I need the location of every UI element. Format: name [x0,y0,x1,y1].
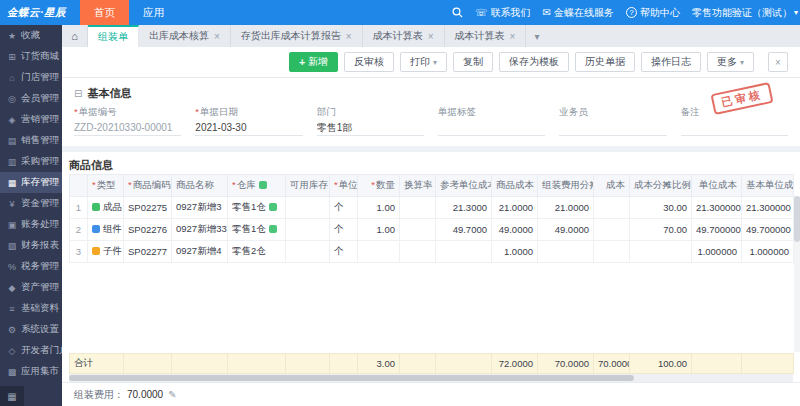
sidebar-item[interactable]: ≡基础资料 [0,298,62,319]
unit-cost-cell[interactable]: 21.300000 [692,197,742,219]
unit-cell[interactable]: 个 [330,241,358,263]
topbar-link[interactable]: ☏联系我们 [475,6,531,20]
name-cell[interactable]: 0927新增4 [172,241,228,263]
type-cell[interactable]: 子件 [88,241,124,263]
base-unit-cost-cell[interactable]: 21.300000 [742,197,794,219]
history-button[interactable]: 历史单据 [575,52,635,72]
ref-unit-cost-cell[interactable] [436,241,492,263]
sidebar-item[interactable]: ▣账务处理 [0,214,62,235]
unit-cell[interactable]: 个 [330,197,358,219]
sidebar-item[interactable]: ▩应用集市 [0,361,62,382]
ratio-cell[interactable]: 30.00 [630,197,692,219]
ref-unit-cost-cell[interactable]: 21.3000 [436,197,492,219]
warehouse-cell[interactable]: 零售1仓 [228,197,286,219]
unit-cost-cell[interactable]: 49.700000 [692,219,742,241]
sidebar-item[interactable]: %税务管理 [0,256,62,277]
fee-share-cell[interactable]: 21.0000 [538,197,594,219]
topbar-tab[interactable]: 首页 [80,0,129,25]
print-button[interactable]: 打印▾ [400,52,447,72]
field-value[interactable]: 零售1部 [317,119,424,136]
sidebar-item[interactable]: ◈营销管理 [0,109,62,130]
name-cell[interactable]: 0927新增3 [172,197,228,219]
sidebar-item[interactable]: ⌂门店管理 [0,67,62,88]
product-cost-cell[interactable]: 49.0000 [492,219,538,241]
topbar-tab[interactable]: 应用 [129,0,178,25]
copy-button[interactable]: 复制 [453,52,493,72]
doc-tab[interactable]: 存货出库成本计算报告× [231,25,363,47]
doc-tab[interactable]: 成本计算表× [445,25,527,47]
edit-icon[interactable]: ✎ [168,389,176,400]
code-cell[interactable]: SP02277 [124,241,172,263]
type-cell[interactable]: 组件 [88,219,124,241]
sidebar-item[interactable]: ▧财务报表 [0,235,62,256]
sidebar-item[interactable]: ⊞订货商城 [0,46,62,67]
account-menu[interactable]: 零售功能验证（测试） ▾ [692,6,798,20]
doc-tab[interactable]: 成本计算表× [363,25,445,47]
qty-cell[interactable] [358,241,400,263]
topbar-link[interactable]: ?帮助中心 [626,6,680,20]
sidebar-item[interactable]: ◆资产管理 [0,277,62,298]
cost-cell[interactable] [594,219,630,241]
sidebar-item[interactable]: ▦库存管理 [0,172,62,193]
rate-cell[interactable] [400,241,436,263]
doc-tab[interactable]: 组装单 [88,25,139,47]
table-row[interactable]: 2组件SP022760927新增33零售1仓个1.0049.700049.000… [70,219,794,241]
warehouse-cell[interactable]: 零售1仓 [228,219,286,241]
base-unit-cost-cell[interactable]: 49.700000 [742,219,794,241]
type-cell[interactable]: 成品 [88,197,124,219]
cost-cell[interactable] [594,197,630,219]
sidebar-item[interactable]: ◎会员管理 [0,88,62,109]
collapse-section-icon[interactable]: ⊟ [74,88,82,99]
unaudit-button[interactable]: 反审核 [344,52,394,72]
fee-share-cell[interactable] [538,241,594,263]
sidebar-item[interactable]: ▤销售管理 [0,130,62,151]
field-value[interactable] [438,119,545,136]
close-tab-icon[interactable]: × [346,31,352,42]
fee-share-cell[interactable]: 49.0000 [538,219,594,241]
code-cell[interactable]: SP02276 [124,219,172,241]
warehouse-cell[interactable]: 零售2仓 [228,241,286,263]
close-tab-icon[interactable]: × [428,31,434,42]
qty-cell[interactable]: 1.00 [358,197,400,219]
doc-tab[interactable]: 出库成本核算× [139,25,231,47]
table-row[interactable]: 3子件SP022770927新增4零售2仓个1.00001.0000001.00… [70,241,794,263]
cost-cell[interactable] [594,241,630,263]
ref-unit-cost-cell[interactable]: 49.7000 [436,219,492,241]
rate-cell[interactable] [400,219,436,241]
close-form-button[interactable]: × [768,52,788,72]
sidebar-item[interactable]: ▥采购管理 [0,151,62,172]
horizontal-scrollbar[interactable] [69,374,793,382]
close-tab-icon[interactable]: × [510,31,516,42]
table-row[interactable]: 1成品SP022750927新增3零售1仓个1.0021.300021.0000… [70,197,794,219]
operation-log-button[interactable]: 操作日志 [641,52,701,72]
field-value[interactable] [681,119,788,136]
sidebar-item[interactable]: ¥资金管理 [0,193,62,214]
close-tab-icon[interactable]: × [214,31,220,42]
unit-cost-cell[interactable]: 1.000000 [692,241,742,263]
vertical-scrollbar[interactable] [794,196,800,352]
sidebar-item[interactable]: ★收藏 [0,25,62,46]
scrollbar-thumb[interactable] [794,196,800,242]
topbar-link[interactable]: ✉金蝶在线服务 [543,6,614,20]
name-cell[interactable]: 0927新增33 [172,219,228,241]
product-cost-cell[interactable]: 21.0000 [492,197,538,219]
save-as-template-button[interactable]: 保存为模板 [499,52,569,72]
rate-cell[interactable] [400,197,436,219]
code-cell[interactable]: SP02275 [124,197,172,219]
more-button[interactable]: 更多▾ [707,52,754,72]
home-tab[interactable]: ⌂ [62,25,88,47]
sidebar-collapse-button[interactable]: ▦ [0,386,24,406]
search-button[interactable] [452,7,463,18]
field-value[interactable] [559,119,666,136]
scrollbar-thumb[interactable] [69,375,634,381]
ratio-cell[interactable]: 70.00 [630,219,692,241]
field-value[interactable]: ZZD-20210330-00001 [74,119,181,136]
sidebar-item[interactable]: ◇开发者门户 [0,340,62,361]
sidebar-item[interactable]: ⚙系统设置 [0,319,62,340]
field-value[interactable]: 2021-03-30 [195,119,302,136]
unit-cell[interactable]: 个 [330,219,358,241]
tab-overflow-button[interactable]: ▾ [526,25,547,47]
product-cost-cell[interactable]: 1.0000 [492,241,538,263]
new-button[interactable]: +新增 [289,52,338,72]
base-unit-cost-cell[interactable]: 1.000000 [742,241,794,263]
